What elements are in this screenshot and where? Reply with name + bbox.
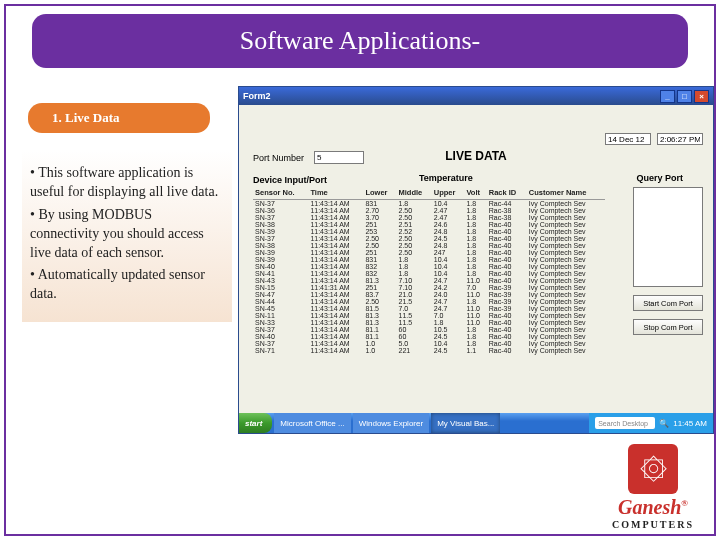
table-cell: Rac-39 bbox=[487, 284, 527, 291]
table-cell: 1.0 bbox=[363, 340, 396, 347]
time-field[interactable] bbox=[657, 133, 703, 145]
table-cell: 1.1 bbox=[464, 347, 486, 354]
table-cell: Rac-40 bbox=[487, 340, 527, 347]
table-cell: Ivy Comptech Sev bbox=[527, 242, 605, 249]
start-label: start bbox=[245, 419, 262, 428]
app-window: Form2 _ □ × Port Number LIVE DATA Device… bbox=[238, 86, 714, 434]
table-row[interactable]: SN-3811:43:14 AM2.502.5024.81.8Rac-40Ivy… bbox=[253, 242, 605, 249]
table-cell: Rac-40 bbox=[487, 326, 527, 333]
table-cell: Ivy Comptech Sev bbox=[527, 228, 605, 235]
start-com-port-button[interactable]: Start Com Port bbox=[633, 295, 703, 311]
taskbar-item[interactable]: Microsoft Office ... bbox=[274, 413, 350, 433]
table-header: Customer Name bbox=[527, 187, 605, 200]
table-cell: Rac-40 bbox=[487, 333, 527, 340]
table-row[interactable]: SN-4311:43:14 AM81.37.1024.711.0Rac-40Iv… bbox=[253, 277, 605, 284]
table-cell: 11:43:14 AM bbox=[308, 256, 363, 263]
table-cell: SN-40 bbox=[253, 333, 308, 340]
table-cell: 1.8 bbox=[397, 256, 432, 263]
table-cell: Ivy Comptech Sev bbox=[527, 291, 605, 298]
table-row[interactable]: SN-4411:43:14 AM2.5021.524.71.8Rac-39Ivy… bbox=[253, 298, 605, 305]
start-button[interactable]: start bbox=[239, 413, 272, 433]
table-cell: 60 bbox=[397, 326, 432, 333]
table-cell: 10.4 bbox=[432, 200, 465, 208]
table-cell: 81.1 bbox=[363, 326, 396, 333]
table-row[interactable]: SN-4011:43:14 AM81.16024.51.8Rac-40Ivy C… bbox=[253, 333, 605, 340]
table-cell: 1.8 bbox=[464, 249, 486, 256]
table-cell: 247 bbox=[432, 249, 465, 256]
maximize-button[interactable]: □ bbox=[677, 90, 692, 103]
bullet: By using MODBUS connectivity you should … bbox=[30, 206, 224, 263]
table-cell: 2.50 bbox=[397, 242, 432, 249]
table-row[interactable]: SN-3711:43:14 AM81.16010.51.8Rac-40Ivy C… bbox=[253, 326, 605, 333]
table-row[interactable]: SN-3711:43:14 AM8311.810.41.8Rac-44Ivy C… bbox=[253, 200, 605, 208]
table-cell: Rac-38 bbox=[487, 214, 527, 221]
table-row[interactable]: SN-3811:43:14 AM2512.5124.61.8Rac-40Ivy … bbox=[253, 221, 605, 228]
table-row[interactable]: SN-1111:43:14 AM81.311.57.011.0Rac-40Ivy… bbox=[253, 312, 605, 319]
table-cell: SN-33 bbox=[253, 319, 308, 326]
table-cell: 832 bbox=[363, 270, 396, 277]
table-header: Volt bbox=[464, 187, 486, 200]
taskbar-item[interactable]: Windows Explorer bbox=[353, 413, 429, 433]
table-row[interactable]: SN-3311:43:14 AM81.311.51.811.0Rac-40Ivy… bbox=[253, 319, 605, 326]
table-cell: 83.7 bbox=[363, 291, 396, 298]
table-cell: 2.50 bbox=[363, 235, 396, 242]
table-row[interactable]: SN-3611:43:14 AM2.702.502.471.8Rac-38Ivy… bbox=[253, 207, 605, 214]
bullet: Automatically updated sensor data. bbox=[30, 266, 224, 304]
table-cell: Rac-40 bbox=[487, 277, 527, 284]
table-cell: Ivy Comptech Sev bbox=[527, 312, 605, 319]
table-cell: 11:43:14 AM bbox=[308, 235, 363, 242]
table-cell: 24.5 bbox=[432, 235, 465, 242]
table-cell: Ivy Comptech Sev bbox=[527, 249, 605, 256]
table-row[interactable]: SN-4511:43:14 AM81.57.024.711.0Rac-39Ivy… bbox=[253, 305, 605, 312]
table-row[interactable]: SN-4011:43:14 AM8321.810.41.8Rac-40Ivy C… bbox=[253, 263, 605, 270]
table-cell: Ivy Comptech Sev bbox=[527, 333, 605, 340]
table-row[interactable]: SN-1511:41:31 AM2517.1024.27.0Rac-39Ivy … bbox=[253, 284, 605, 291]
table-row[interactable]: SN-3711:43:14 AM2.502.5024.51.8Rac-40Ivy… bbox=[253, 235, 605, 242]
table-cell: Rac-40 bbox=[487, 221, 527, 228]
table-cell: 81.3 bbox=[363, 277, 396, 284]
slide-title-bar: Software Applications- bbox=[32, 14, 688, 68]
table-row[interactable]: SN-3911:43:14 AM8311.810.41.8Rac-40Ivy C… bbox=[253, 256, 605, 263]
taskbar-item[interactable]: My Visual Bas... bbox=[431, 413, 500, 433]
table-cell: Rac-40 bbox=[487, 347, 527, 354]
table-cell: 1.8 bbox=[464, 298, 486, 305]
table-row[interactable]: SN-4111:43:14 AM8321.810.41.8Rac-40Ivy C… bbox=[253, 270, 605, 277]
table-cell: SN-11 bbox=[253, 312, 308, 319]
table-row[interactable]: SN-3911:43:14 AM2512.502471.8Rac-40Ivy C… bbox=[253, 249, 605, 256]
desktop-search[interactable]: Search Desktop bbox=[595, 417, 655, 429]
table-cell: 11:43:14 AM bbox=[308, 319, 363, 326]
table-row[interactable]: SN-4711:43:14 AM83.721.024.011.0Rac-39Iv… bbox=[253, 291, 605, 298]
table-cell: 2.70 bbox=[363, 207, 396, 214]
data-table: Sensor No.TimeLowerMiddleUpperVoltRack I… bbox=[253, 187, 605, 354]
table-cell: Ivy Comptech Sev bbox=[527, 347, 605, 354]
table-row[interactable]: SN-3711:43:14 AM3.702.502.471.8Rac-38Ivy… bbox=[253, 214, 605, 221]
table-cell: 11:43:14 AM bbox=[308, 263, 363, 270]
table-cell: Ivy Comptech Sev bbox=[527, 319, 605, 326]
table-cell: SN-37 bbox=[253, 326, 308, 333]
table-row[interactable]: SN-3711:43:14 AM1.05.010.41.8Rac-40Ivy C… bbox=[253, 340, 605, 347]
table-header: Upper bbox=[432, 187, 465, 200]
table-cell: Ivy Comptech Sev bbox=[527, 284, 605, 291]
table-cell: 11.0 bbox=[464, 319, 486, 326]
table-cell: 2.51 bbox=[397, 221, 432, 228]
table-cell: 24.5 bbox=[432, 347, 465, 354]
minimize-button[interactable]: _ bbox=[660, 90, 675, 103]
table-cell: Rac-44 bbox=[487, 200, 527, 208]
tray-search-icon[interactable]: 🔍 bbox=[659, 419, 669, 428]
table-cell: 1.8 bbox=[464, 200, 486, 208]
system-tray: Search Desktop 🔍 11:45 AM bbox=[589, 413, 713, 433]
table-cell: Rac-40 bbox=[487, 270, 527, 277]
stop-com-port-button[interactable]: Stop Com Port bbox=[633, 319, 703, 335]
query-port-listbox[interactable] bbox=[633, 187, 703, 287]
table-cell: Rac-40 bbox=[487, 263, 527, 270]
close-button[interactable]: × bbox=[694, 90, 709, 103]
date-field[interactable] bbox=[605, 133, 651, 145]
table-row[interactable]: SN-7111:43:14 AM1.022124.51.1Rac-40Ivy C… bbox=[253, 347, 605, 354]
table-cell: Rac-40 bbox=[487, 256, 527, 263]
table-cell: SN-37 bbox=[253, 235, 308, 242]
table-cell: 5.0 bbox=[397, 340, 432, 347]
table-row[interactable]: SN-3911:43:14 AM2532.5224.81.8Rac-40Ivy … bbox=[253, 228, 605, 235]
table-cell: 1.8 bbox=[464, 235, 486, 242]
window-titlebar[interactable]: Form2 _ □ × bbox=[239, 87, 713, 105]
table-cell: 11:43:14 AM bbox=[308, 312, 363, 319]
